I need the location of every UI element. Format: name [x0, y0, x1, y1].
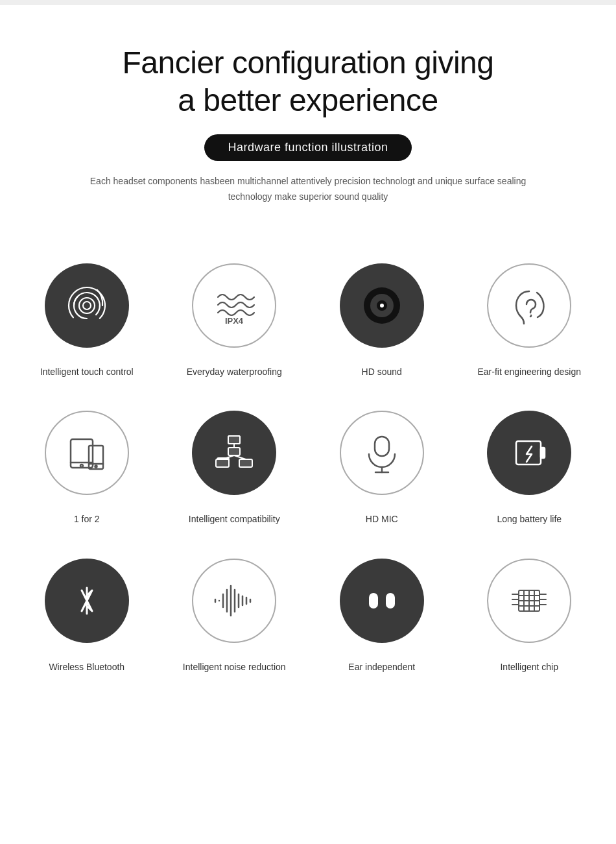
- hd-sound-icon-circle: [340, 263, 424, 348]
- compatibility-label: Intelligent compatibility: [189, 513, 280, 526]
- svg-point-11: [95, 466, 97, 468]
- chip-icon: [503, 575, 555, 627]
- network-icon: [208, 427, 260, 479]
- compatibility-icon-circle: [192, 411, 276, 495]
- feature-hd-sound: HD sound: [308, 244, 456, 392]
- svg-line-21: [234, 455, 246, 459]
- svg-point-8: [80, 464, 83, 467]
- feature-one-for-two: 1 for 2: [13, 391, 161, 539]
- chip-icon-circle: [487, 559, 571, 643]
- page-title: Fancier configuration giving a better ex…: [39, 44, 577, 119]
- chip-label: Intelligent chip: [500, 661, 558, 674]
- hd-mic-label: HD MIC: [366, 513, 398, 526]
- feature-waterproofing: IPX4 Everyday waterproofing: [161, 244, 309, 392]
- svg-rect-15: [228, 436, 240, 444]
- one-for-two-label: 1 for 2: [74, 513, 100, 526]
- ear-fit-icon-circle: [487, 263, 571, 348]
- svg-text:IPX4: IPX4: [225, 316, 244, 326]
- waveform-icon: [205, 572, 263, 630]
- svg-rect-17: [239, 459, 252, 467]
- ear-independent-label: Ear independent: [348, 661, 415, 674]
- feature-touch-control: Intelligent touch control: [13, 244, 161, 392]
- waterproofing-label: Everyday waterproofing: [187, 366, 282, 379]
- ear-independent-icon-circle: [340, 559, 424, 643]
- earbuds-icon: [356, 575, 408, 627]
- ear-fit-label: Ear-fit engineering design: [477, 366, 581, 379]
- top-bar: [0, 0, 616, 5]
- touch-control-icon-circle: [45, 263, 129, 348]
- touch-control-label: Intelligent touch control: [40, 366, 134, 379]
- speaker-icon: [356, 280, 408, 332]
- feature-chip: Intelligent chip: [456, 539, 604, 687]
- hardware-badge: Hardware function illustration: [204, 134, 411, 161]
- waterproofing-icon-circle: IPX4: [192, 263, 276, 348]
- svg-rect-16: [216, 459, 229, 467]
- svg-point-0: [83, 302, 91, 309]
- fingerprint-icon: [61, 280, 113, 332]
- svg-rect-39: [386, 593, 395, 609]
- feature-hd-mic: HD MIC: [308, 391, 456, 539]
- feature-ear-fit: Ear-fit engineering design: [456, 244, 604, 392]
- noise-reduction-label: Intelligent noise reduction: [183, 661, 286, 674]
- ipx4-icon: IPX4: [205, 276, 263, 335]
- feature-compatibility: Intelligent compatibility: [161, 391, 309, 539]
- noise-reduction-icon-circle: [192, 559, 276, 643]
- hd-sound-label: HD sound: [362, 366, 402, 379]
- feature-ear-independent: Ear independent: [308, 539, 456, 687]
- one-for-two-icon-circle: [45, 411, 129, 495]
- bluetooth-icon-circle: [45, 559, 129, 643]
- feature-battery: Long battery life: [456, 391, 604, 539]
- hd-mic-icon-circle: [340, 411, 424, 495]
- battery-label: Long battery life: [497, 513, 562, 526]
- battery-icon: [503, 427, 555, 479]
- svg-rect-25: [516, 441, 541, 464]
- feature-bluetooth: Wireless Bluetooth: [13, 539, 161, 687]
- svg-rect-26: [541, 448, 545, 458]
- bluetooth-icon: [61, 575, 113, 627]
- header: Fancier configuration giving a better ex…: [0, 5, 616, 218]
- subtitle: Each headset components hasbeen multicha…: [88, 174, 528, 205]
- svg-rect-38: [369, 593, 378, 609]
- bluetooth-label: Wireless Bluetooth: [49, 661, 124, 674]
- features-grid: Intelligent touch control IPX4 Everyday …: [0, 218, 616, 700]
- mic-icon: [356, 427, 408, 479]
- battery-icon-circle: [487, 411, 571, 495]
- svg-rect-18: [228, 448, 240, 455]
- feature-noise-reduction: Intelligent noise reduction: [161, 539, 309, 687]
- svg-rect-22: [375, 437, 389, 456]
- svg-point-5: [380, 304, 384, 307]
- devices-icon: [58, 424, 116, 482]
- ear-icon: [503, 280, 555, 332]
